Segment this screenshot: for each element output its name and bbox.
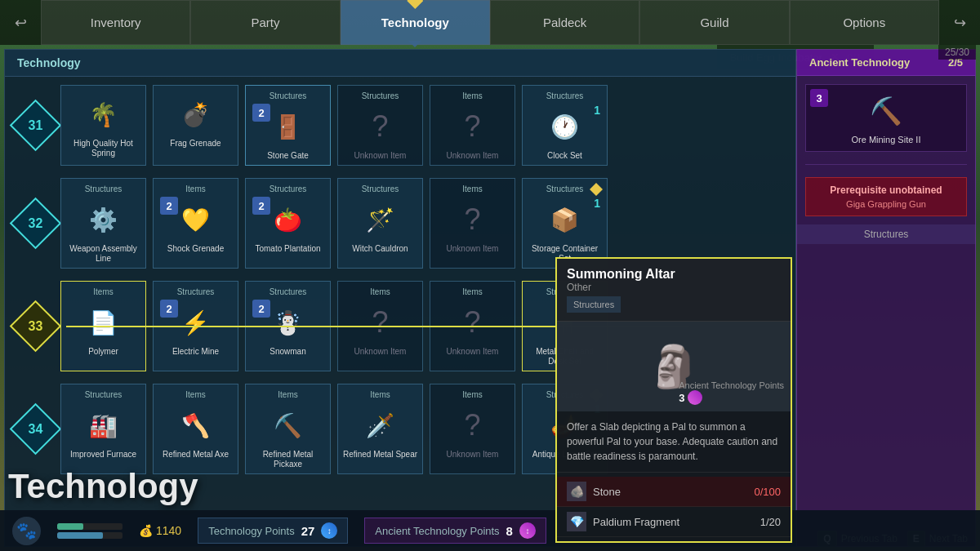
health-bar xyxy=(57,523,122,530)
health-fill xyxy=(57,523,83,530)
ore-mining-name: Ore Mining Site II xyxy=(852,135,921,144)
tech-item-refined-spear[interactable]: Items 🗡️ Refined Metal Spear xyxy=(337,384,423,474)
tomato-badge: 2 xyxy=(252,197,270,215)
tomato-icon: 🍅 xyxy=(264,199,313,240)
tech-item-tomato[interactable]: Structures 2 🍅 Tomato Plantation xyxy=(245,178,331,269)
hot-spring-icon: 🌴 xyxy=(79,94,128,135)
level-32-diamond: 32 xyxy=(10,198,62,250)
health-bars xyxy=(57,523,122,539)
tech-item-furnace[interactable]: Structures 🏭 Improved Furnace xyxy=(60,384,146,474)
refined-spear-icon: 🗡️ xyxy=(356,405,405,446)
tab-inventory[interactable]: Inventory xyxy=(41,0,190,45)
tech-item-refined-pickaxe[interactable]: Items ⛏️ Refined Metal Pickaxe xyxy=(245,384,331,474)
shock-grenade-icon: 💛 xyxy=(172,199,220,240)
top-navigation: ↩ Inventory Party Technology Paldeck Gui… xyxy=(0,0,980,45)
polymer-icon: 📄 xyxy=(79,302,128,343)
tech-points-icon: ↕ xyxy=(321,522,337,539)
stone-icon: 🪨 xyxy=(567,482,586,501)
tech-item-refined-axe[interactable]: Items 🪓 Refined Metal Axe xyxy=(153,384,238,474)
secondary-progress: 25/30 xyxy=(938,45,976,60)
ancient-points-icon: ↕ xyxy=(519,522,536,539)
tech-row-31: 31 🌴 High Quality Hot Spring 💣 Frag Gren… xyxy=(17,85,783,166)
ore-mining-icon: ⛏️ xyxy=(870,96,902,127)
furnace-icon: 🏭 xyxy=(79,405,128,446)
stone-gate-badge: 2 xyxy=(252,104,270,122)
bottom-bar: 🐾 💰 1140 Technology Points 27 ↕ Ancient … xyxy=(0,510,980,551)
tab-technology[interactable]: Technology xyxy=(341,0,490,45)
nav-left-icon[interactable]: ↩ xyxy=(0,0,41,45)
ingredient-stone: 🪨 Stone 0/100 xyxy=(557,477,791,507)
ancient-points-bar: Ancient Technology Points 8 ↕ xyxy=(364,518,546,544)
detail-description: Offer a Slab depicting a Pal to summon a… xyxy=(557,411,791,473)
detail-category: Structures xyxy=(567,296,621,313)
ancient-item-ore-mining[interactable]: 3 ⛏️ Ore Mining Site II xyxy=(805,84,967,152)
detail-image: 🗿 Ancient Technology Points 3 xyxy=(557,322,791,411)
snowman-icon: ☃️ xyxy=(264,302,313,343)
tech-item-unknown-2[interactable]: Items ? Unknown Item xyxy=(430,85,515,166)
snowman-badge: 2 xyxy=(252,300,270,318)
tech-points-bar: Technology Points 27 ↕ xyxy=(198,518,348,544)
player-avatar: 🐾 xyxy=(12,517,41,545)
detail-panel: Summoning Altar Other Structures 🗿 Ancie… xyxy=(555,257,792,543)
shock-grenade-badge: 2 xyxy=(160,197,178,215)
detail-header: Summoning Altar Other Structures xyxy=(557,259,791,322)
prereq-box: Prerequisite unobtained Giga Grappling G… xyxy=(805,177,967,216)
tech-panel-header: Technology xyxy=(5,50,795,77)
stamina-bar xyxy=(57,532,122,539)
technology-diamond-icon xyxy=(407,0,423,9)
detail-ingredients: 🪨 Stone 0/100 💎 Paldium Fragment 1/20 xyxy=(557,473,791,541)
prereq-label: Prerequisite unobtained xyxy=(813,184,960,196)
unknown-item-icon-3: ? xyxy=(448,199,497,240)
prereq-item: Giga Grappling Gun xyxy=(813,199,960,209)
refined-axe-icon: 🪓 xyxy=(172,405,220,446)
tech-items-31: 🌴 High Quality Hot Spring 💣 Frag Grenade… xyxy=(60,85,783,166)
tab-party[interactable]: Party xyxy=(190,0,340,45)
tech-item-unknown-1[interactable]: Structures ? Unknown Item xyxy=(337,85,423,166)
stone-gate-icon: 🚪 xyxy=(264,106,313,147)
tech-item-shock-grenade[interactable]: Items 2 💛 Shock Grenade xyxy=(153,178,238,269)
tech-item-hot-spring[interactable]: 🌴 High Quality Hot Spring xyxy=(60,85,146,166)
tech-item-storage-container[interactable]: Structures 1 📦 Storage Container Set xyxy=(522,178,608,269)
electric-mine-icon: ⚡ xyxy=(172,302,220,343)
tech-row-32: 32 Structures ⚙️ Weapon Assembly Line It… xyxy=(17,178,783,269)
level-34-diamond: 34 xyxy=(10,403,62,455)
tech-item-unknown-3[interactable]: Items ? Unknown Item xyxy=(430,178,515,269)
unknown-item-icon-6: ? xyxy=(448,405,497,446)
level-33-diamond: 33 xyxy=(10,300,62,353)
ingredient-paldium: 💎 Paldium Fragment 1/20 xyxy=(557,507,791,537)
tab-options[interactable]: Options xyxy=(790,0,939,45)
unknown-item-icon-5: ? xyxy=(448,302,497,343)
detail-title: Summoning Altar xyxy=(567,267,781,282)
currency-display: 💰 1140 xyxy=(139,524,181,537)
tech-item-stone-gate[interactable]: Structures 2 🚪 Stone Gate xyxy=(245,85,331,166)
tech-items-32: Structures ⚙️ Weapon Assembly Line Items… xyxy=(60,178,783,269)
ore-mining-badge: 3 xyxy=(810,89,828,107)
tab-guild[interactable]: Guild xyxy=(639,0,789,45)
ancient-tech-panel: Ancient Technology 2/5 3 ⛏️ Ore Mining S… xyxy=(796,49,976,547)
tab-paldeck[interactable]: Paldeck xyxy=(490,0,639,45)
clock-set-icon: 🕐 xyxy=(541,106,590,147)
ancient-divider xyxy=(805,164,967,165)
frag-grenade-icon: 💣 xyxy=(172,94,220,135)
electric-mine-badge: 2 xyxy=(160,300,178,318)
unknown-item-icon-1: ? xyxy=(356,106,405,147)
tech-item-clock-set[interactable]: Structures 1 🕐 Clock Set xyxy=(522,85,608,166)
weapon-assembly-icon: ⚙️ xyxy=(79,199,128,240)
main-content: Technology 31 🌴 High Quality Hot Spring … xyxy=(0,45,980,551)
nav-right-icon[interactable]: ↪ xyxy=(939,0,980,45)
detail-cost: Ancient Technology Points 3 xyxy=(679,380,784,405)
stamina-fill xyxy=(57,532,103,539)
tech-item-witch-cauldron[interactable]: Structures 🪄 Witch Cauldron xyxy=(337,178,423,269)
tech-item-frag-grenade[interactable]: 💣 Frag Grenade xyxy=(153,85,238,166)
refined-pickaxe-icon: ⛏️ xyxy=(264,405,313,446)
unknown-item-icon-4: ? xyxy=(356,302,405,343)
paldium-icon: 💎 xyxy=(567,512,586,531)
tech-item-weapon-assembly[interactable]: Structures ⚙️ Weapon Assembly Line xyxy=(60,178,146,269)
ancient-cost-icon xyxy=(688,390,702,405)
witch-cauldron-icon: 🪄 xyxy=(356,199,405,240)
nav-tabs: Inventory Party Technology Paldeck Guild… xyxy=(41,0,939,45)
tech-item-unknown-6[interactable]: Items ? Unknown Item xyxy=(430,384,515,474)
unknown-item-icon-2: ? xyxy=(448,106,497,147)
structures-label: Structures xyxy=(797,224,975,244)
storage-container-icon: 📦 xyxy=(541,199,590,240)
